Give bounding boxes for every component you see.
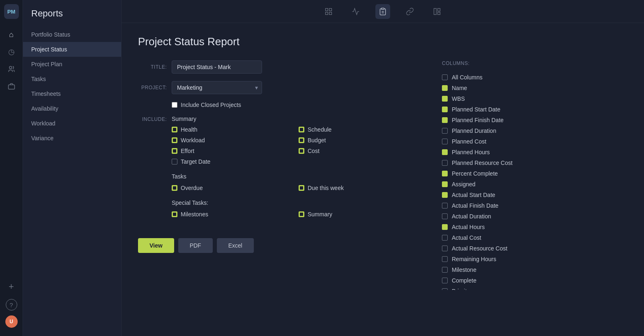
nav-help[interactable]: ? [6, 299, 17, 311]
sidebar-item-project-status[interactable]: Project Status [23, 42, 121, 57]
col-milestone[interactable]: Milestone [442, 264, 553, 275]
svg-rect-3 [329, 8, 332, 11]
include-cost[interactable]: Cost [299, 148, 417, 154]
schedule-checkbox[interactable] [299, 127, 304, 132]
actual-resource-cost-checkbox[interactable] [442, 246, 448, 251]
col-planned-start[interactable]: Planned Start Date [442, 104, 553, 115]
col-remaining-hours[interactable]: Remaining Hours [442, 254, 553, 264]
col-complete[interactable]: Complete [442, 275, 553, 286]
nav-clock[interactable]: ◷ [4, 44, 19, 59]
toolbar-link[interactable] [402, 4, 417, 19]
actual-start-checkbox[interactable] [442, 192, 448, 198]
special-summary-checkbox[interactable] [299, 211, 304, 217]
task-due-this-week[interactable]: Due this week [299, 185, 417, 191]
app-logo[interactable]: PM [4, 4, 19, 19]
sidebar-item-variance[interactable]: Variance [23, 131, 121, 146]
wbs-checkbox[interactable] [442, 96, 448, 102]
col-planned-resource-cost[interactable]: Planned Resource Cost [442, 158, 553, 168]
milestones-checkbox[interactable] [172, 211, 177, 217]
actual-start-label: Actual Start Date [452, 192, 495, 198]
project-select[interactable]: Marketing Development Design Operations [172, 81, 262, 94]
col-actual-resource-cost[interactable]: Actual Resource Cost [442, 243, 553, 254]
include-workload[interactable]: Workload [172, 137, 290, 144]
nav-add[interactable]: + [4, 279, 19, 294]
col-planned-duration[interactable]: Planned Duration [442, 125, 553, 136]
due-this-week-checkbox[interactable] [299, 185, 304, 191]
include-budget[interactable]: Budget [299, 137, 417, 144]
nav-briefcase[interactable] [4, 79, 19, 94]
include-schedule[interactable]: Schedule [299, 126, 417, 133]
col-all-columns[interactable]: All Columns [442, 72, 553, 83]
special-summary-label: Summary [308, 211, 332, 218]
col-actual-hours[interactable]: Actual Hours [442, 222, 553, 232]
name-checkbox[interactable] [442, 85, 448, 91]
planned-resource-cost-checkbox[interactable] [442, 160, 448, 166]
actual-cost-checkbox[interactable] [442, 235, 448, 241]
special-milestones[interactable]: Milestones [172, 211, 290, 218]
include-closed-checkbox[interactable] [172, 102, 177, 108]
milestone-checkbox[interactable] [442, 267, 448, 273]
user-avatar[interactable]: U [5, 315, 18, 328]
planned-start-checkbox[interactable] [442, 107, 448, 112]
col-planned-hours[interactable]: Planned Hours [442, 147, 553, 158]
pdf-button[interactable]: PDF [178, 238, 213, 253]
col-actual-duration[interactable]: Actual Duration [442, 211, 553, 222]
target-date-checkbox[interactable] [172, 159, 177, 165]
special-summary[interactable]: Summary [299, 211, 417, 218]
include-target-date[interactable]: Target Date [172, 158, 290, 165]
nav-home[interactable]: ⌂ [4, 27, 19, 42]
toolbar-layout[interactable] [430, 4, 444, 19]
effort-checkbox[interactable] [172, 148, 177, 154]
planned-cost-checkbox[interactable] [442, 139, 448, 144]
view-button[interactable]: View [138, 238, 174, 253]
planned-cost-label: Planned Cost [452, 138, 486, 145]
all-columns-checkbox[interactable] [442, 74, 448, 80]
col-planned-cost[interactable]: Planned Cost [442, 136, 553, 147]
col-actual-finish[interactable]: Actual Finish Date [442, 200, 553, 211]
include-health[interactable]: Health [172, 126, 290, 133]
col-priority[interactable]: Priority [442, 286, 553, 290]
nav-users[interactable] [4, 62, 19, 76]
actual-finish-checkbox[interactable] [442, 203, 448, 209]
planned-finish-checkbox[interactable] [442, 117, 448, 123]
actual-hours-checkbox[interactable] [442, 224, 448, 230]
actual-resource-cost-label: Actual Resource Cost [452, 245, 507, 252]
sidebar-item-project-plan[interactable]: Project Plan [23, 57, 121, 72]
col-actual-cost[interactable]: Actual Cost [442, 232, 553, 243]
percent-complete-checkbox[interactable] [442, 171, 448, 176]
sidebar-item-workload[interactable]: Workload [23, 116, 121, 131]
workload-checkbox[interactable] [172, 137, 177, 143]
columns-scroll[interactable]: All Columns Name WBS Plann [442, 72, 557, 290]
priority-checkbox[interactable] [442, 288, 448, 290]
overdue-checkbox[interactable] [172, 185, 177, 191]
task-overdue[interactable]: Overdue [172, 185, 290, 191]
svg-rect-1 [8, 85, 14, 89]
col-planned-finish[interactable]: Planned Finish Date [442, 115, 553, 125]
complete-checkbox[interactable] [442, 278, 448, 283]
remaining-hours-checkbox[interactable] [442, 256, 448, 262]
health-checkbox[interactable] [172, 127, 177, 132]
col-name[interactable]: Name [442, 83, 553, 93]
sidebar-item-availability[interactable]: Availability [23, 101, 121, 116]
toolbar-clipboard[interactable] [375, 4, 390, 19]
include-effort[interactable]: Effort [172, 148, 290, 154]
title-input[interactable] [172, 60, 262, 74]
planned-hours-checkbox[interactable] [442, 149, 448, 155]
col-assigned[interactable]: Assigned [442, 179, 553, 190]
budget-checkbox[interactable] [299, 137, 304, 143]
sidebar-item-timesheets[interactable]: Timesheets [23, 86, 121, 101]
cost-checkbox[interactable] [299, 148, 304, 154]
sidebar-item-portfolio-status[interactable]: Portfolio Status [23, 27, 121, 42]
col-actual-start[interactable]: Actual Start Date [442, 190, 553, 200]
excel-button[interactable]: Excel [217, 238, 254, 253]
sidebar-item-tasks[interactable]: Tasks [23, 72, 121, 86]
assigned-checkbox[interactable] [442, 181, 448, 187]
actual-duration-checkbox[interactable] [442, 213, 448, 219]
planned-duration-checkbox[interactable] [442, 128, 448, 134]
planned-resource-cost-label: Planned Resource Cost [452, 160, 513, 166]
health-label: Health [181, 126, 197, 133]
toolbar-search[interactable] [321, 4, 336, 19]
col-wbs[interactable]: WBS [442, 93, 553, 104]
col-percent-complete[interactable]: Percent Complete [442, 168, 553, 179]
toolbar-analytics[interactable] [348, 4, 363, 19]
